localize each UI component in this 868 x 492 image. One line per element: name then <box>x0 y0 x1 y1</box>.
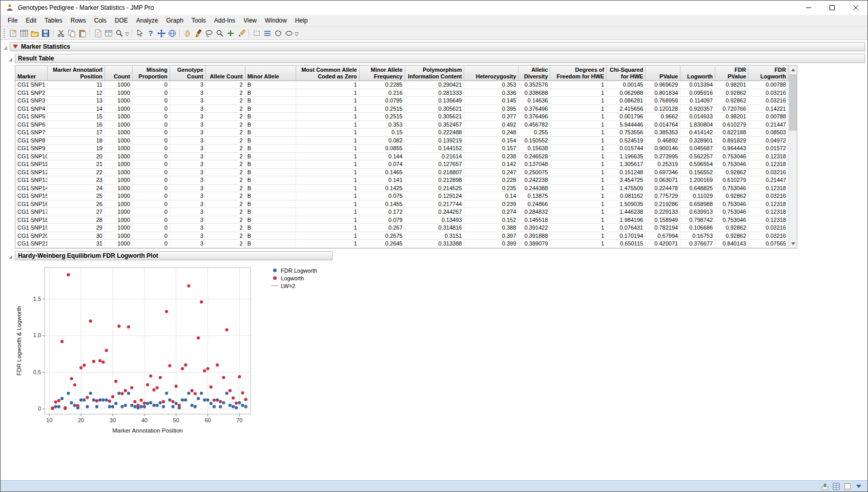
menu-item-rows[interactable]: Rows <box>67 15 90 26</box>
column-header-fdr-pvalue[interactable]: FDR PValue <box>715 66 749 80</box>
column-header-marker-annotation-position[interactable]: Marker Annotation Position <box>48 66 105 80</box>
paste-icon[interactable] <box>77 28 88 38</box>
polygon-tool-icon[interactable] <box>273 28 283 38</box>
grabber-hand-icon[interactable] <box>182 28 193 38</box>
column-header-allelic-diversity[interactable]: Allelic Diversity <box>519 66 550 80</box>
table-row[interactable]: CG1 SNP14241000032B10.14250.2145250.2350… <box>15 184 789 193</box>
statusbar-data-table-icon[interactable] <box>832 482 841 490</box>
help-icon[interactable]: ? <box>145 28 156 38</box>
legend-item-lw-2[interactable]: LW=2 <box>271 283 317 289</box>
legend-item-logworth[interactable]: Logworth <box>271 275 317 281</box>
menu-item-tools[interactable]: Tools <box>188 15 210 26</box>
menu-item-doe[interactable]: DOE <box>111 15 132 26</box>
table-row[interactable]: CG1 SNP12221000032B10.14650.2188070.2470… <box>15 169 789 177</box>
result-table-header[interactable]: Result Table <box>15 54 865 63</box>
disclosure-triangle-marker-statistics[interactable] <box>3 44 9 50</box>
new-journal-icon[interactable] <box>8 28 18 38</box>
column-header-marker[interactable]: Marker <box>15 66 48 80</box>
table-row[interactable]: CG1 SNP20301000032B10.26750.31510.3970.3… <box>15 232 789 240</box>
table-row[interactable]: CG1 SNP4141000032B10.25150.3056210.3950.… <box>15 105 789 113</box>
table-row[interactable]: CG1 SNP8181000032B10.0820.1392190.1540.1… <box>15 137 789 145</box>
menu-item-file[interactable]: File <box>4 15 22 26</box>
column-header-pvalue[interactable]: PValue <box>646 66 680 80</box>
table-row[interactable]: CG1 SNP5151000032B10.25150.3056210.3770.… <box>15 113 789 121</box>
arrow-cursor-icon[interactable] <box>134 28 145 38</box>
column-header-logworth[interactable]: Logworth <box>680 66 715 80</box>
oval-tool-icon[interactable] <box>283 28 294 38</box>
column-header-genotype-count[interactable]: Genotype Count <box>170 66 206 80</box>
statusbar-dropdown-icon[interactable] <box>854 482 863 490</box>
table-row[interactable]: CG1 SNP6161000032B10.3530.3524570.4920.4… <box>15 121 789 129</box>
maximize-button[interactable] <box>820 1 844 15</box>
menu-item-analyze[interactable]: Analyze <box>132 15 162 26</box>
column-header-minor-allele[interactable]: Minor Allele <box>245 66 296 80</box>
cut-icon[interactable] <box>55 28 66 38</box>
legend-item-fdr-logworth[interactable]: FDR Logworth <box>271 268 317 274</box>
disclosure-triangle-result-table[interactable] <box>8 55 14 61</box>
column-header-heterozygosity[interactable]: Heterozygosity <box>464 66 519 80</box>
layout-icon[interactable] <box>103 28 114 38</box>
table-row[interactable]: CG1 SNP16261000032B10.14550.2177440.2390… <box>15 200 789 209</box>
table-row[interactable]: CG1 SNP1111000032B10.22850.2904210.3530.… <box>15 81 789 89</box>
new-data-table-icon[interactable] <box>18 28 29 38</box>
toolbar-grip-handle[interactable] <box>4 29 6 38</box>
table-row[interactable]: CG1 SNP11211000032B10.0740.1276570.1420.… <box>15 160 789 169</box>
menu-item-graph[interactable]: Graph <box>162 15 187 26</box>
journal-icon[interactable] <box>92 28 103 38</box>
table-row[interactable]: CG1 SNP3131000032B10.07950.1356490.1450.… <box>15 97 789 105</box>
globe-icon[interactable] <box>167 28 177 38</box>
menu-item-edit[interactable]: Edit <box>22 15 40 26</box>
magnifier-icon[interactable] <box>214 28 225 38</box>
table-row[interactable]: CG1 SNP19291000032B10.2670.3148160.3880.… <box>15 224 789 232</box>
open-icon[interactable] <box>29 28 40 38</box>
hwe-scatter-plot[interactable]: 1020304050607000.51.01.5Marker Annotatio… <box>15 263 256 438</box>
minimize-button[interactable] <box>797 1 820 15</box>
scrollbar-up-arrow[interactable] <box>789 66 797 74</box>
zoom-in-icon[interactable] <box>225 28 236 38</box>
menu-item-help[interactable]: Help <box>291 15 312 26</box>
table-row[interactable]: CG1 SNP15251000032B10.0750.1291240.140.1… <box>15 192 789 200</box>
toolbar-overflow-chevron[interactable] <box>125 29 130 38</box>
table-row[interactable]: CG1 SNP9191000032B10.08550.1441520.1570.… <box>15 145 789 153</box>
column-header-count[interactable]: Count <box>105 66 133 80</box>
copy-icon[interactable] <box>66 28 77 38</box>
hwe-plot-header[interactable]: Hardy-Weinberg Equilibrium FDR Logworth … <box>15 251 333 260</box>
scrollbar-down-arrow[interactable] <box>789 239 797 248</box>
scrollbar-thumb[interactable] <box>789 74 797 131</box>
table-row[interactable]: CG1 SNP13231000032B10.1410.2128980.2280.… <box>15 176 789 184</box>
selection-rect-icon[interactable] <box>251 28 262 38</box>
menu-item-window[interactable]: Window <box>261 15 291 26</box>
table-vertical-scrollbar[interactable] <box>789 65 797 249</box>
menu-item-add-ins[interactable]: Add-Ins <box>210 15 239 26</box>
column-header-missing-proportion[interactable]: Missing Proportion <box>133 66 170 80</box>
move-tool-icon[interactable] <box>156 28 167 38</box>
menu-item-tables[interactable]: Tables <box>40 15 67 26</box>
table-row[interactable]: CG1 SNP2121000032B10.2160.2813330.3360.3… <box>15 89 789 97</box>
column-header-most-common-allele-coded-as-zero[interactable]: Most Common Allele Coded as Zero <box>296 66 360 80</box>
red-triangle-menu-icon[interactable] <box>13 45 18 49</box>
statusbar-update-icon[interactable] <box>820 482 830 490</box>
search-icon[interactable] <box>114 28 125 38</box>
scrollbar-track[interactable] <box>789 74 797 239</box>
menu-item-view[interactable]: View <box>239 15 261 26</box>
brush-icon[interactable] <box>193 28 203 38</box>
disclosure-triangle-hwe-plot[interactable] <box>8 253 14 259</box>
marker-statistics-header[interactable]: Marker Statistics <box>10 42 865 51</box>
column-header-degrees-of-freedom-for-hwe[interactable]: Degrees of Freedom for HWE <box>550 66 607 80</box>
lasso-icon[interactable] <box>203 28 214 38</box>
column-header-minor-allele-frequency[interactable]: Minor Allele Frequency <box>360 66 405 80</box>
table-row[interactable]: CG1 SNP7171000032B10.150.2224880.2480.25… <box>15 129 789 137</box>
save-icon[interactable] <box>40 28 51 38</box>
table-row[interactable]: CG1 SNP17271000032B10.1720.2442670.2740.… <box>15 208 789 216</box>
column-header-polymorphism-information-content[interactable]: Polymorphism Information Content <box>405 66 465 80</box>
column-header-fdr-logworth[interactable]: FDR Logworth <box>749 66 789 80</box>
annotate-pencil-icon[interactable] <box>236 28 246 38</box>
statusbar-window-icon[interactable] <box>843 482 852 490</box>
table-row[interactable]: CG1 SNP21311000032B10.26450.3133880.3990… <box>15 240 789 248</box>
toolbar-overflow-chevron[interactable] <box>294 29 299 38</box>
column-header-allele-count[interactable]: Allele Count <box>206 66 245 80</box>
table-row[interactable]: CG1 SNP18281000032B10.0790.134930.1520.1… <box>15 216 789 224</box>
close-button[interactable] <box>844 1 867 15</box>
lines-tool-icon[interactable] <box>262 28 273 38</box>
column-header-chi-squared-for-hwe[interactable]: Chi-Squared for HWE <box>607 66 646 80</box>
